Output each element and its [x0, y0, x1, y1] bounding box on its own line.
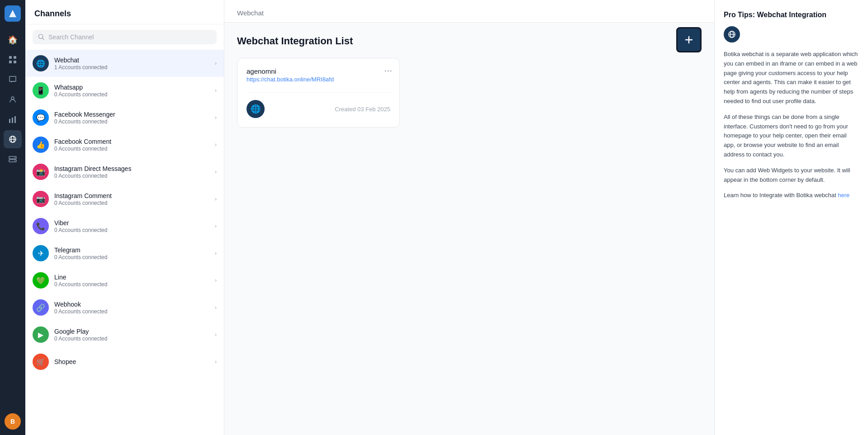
sidebar-item-shopee[interactable]: 🛒Shopee› — [25, 348, 224, 375]
dashboard-icon[interactable] — [4, 51, 22, 69]
sidebar-item-webchat[interactable]: 🌐Webchat1 Accounts connected› — [25, 50, 224, 77]
sidebar-item-whatsapp[interactable]: 📱Whatsapp0 Accounts connected› — [25, 77, 224, 104]
instagram-dm-icon: 📸 — [33, 164, 49, 180]
channel-sub-whatsapp: 0 Accounts connected — [54, 91, 209, 98]
channel-name-shopee: Shopee — [54, 358, 209, 365]
contacts-icon[interactable] — [4, 90, 22, 109]
integration-card-agenomni: ⋯agenomnihttps://chat.botika.online/MRI8… — [237, 58, 400, 128]
left-navigation: 🏠 B — [0, 0, 25, 435]
shopee-icon: 🛒 — [33, 354, 49, 370]
channel-sub-facebook-messenger: 0 Accounts connected — [54, 118, 209, 125]
viber-icon: 📞 — [33, 218, 49, 234]
sidebar-item-telegram[interactable]: ✈Telegram0 Accounts connected› — [25, 240, 224, 267]
chevron-icon-instagram-dm: › — [215, 169, 217, 175]
svg-point-15 — [14, 161, 15, 161]
channel-name-instagram-comment: Instagram Comment — [54, 192, 209, 199]
main-body: Webchat Integration List ⋯agenomnihttps:… — [224, 23, 714, 435]
channel-sub-google-play: 0 Accounts connected — [54, 336, 209, 342]
pro-tips-paragraph-2: All of these things can be done from a s… — [724, 113, 859, 160]
google-play-icon: ▶ — [33, 326, 49, 343]
whatsapp-icon: 📱 — [33, 82, 49, 99]
sidebar-item-google-play[interactable]: ▶Google Play0 Accounts connected› — [25, 321, 224, 348]
channel-name-telegram: Telegram — [54, 246, 209, 254]
chevron-icon-shopee: › — [215, 359, 217, 365]
search-container — [25, 24, 224, 50]
card-menu-button[interactable]: ⋯ — [384, 66, 392, 76]
chevron-icon-whatsapp: › — [215, 87, 217, 94]
sidebar-item-facebook-messenger[interactable]: 💬Facebook Messenger0 Accounts connected› — [25, 104, 224, 131]
sidebar: Channels 🌐Webchat1 Accounts connected›📱W… — [25, 0, 224, 435]
pro-tips-icon — [724, 26, 740, 43]
channel-name-google-play: Google Play — [54, 328, 209, 335]
svg-marker-0 — [9, 10, 16, 17]
chevron-icon-webchat: › — [215, 60, 217, 66]
pro-tips-paragraph-4: Learn how to Integrate with Botika webch… — [724, 191, 859, 200]
svg-point-5 — [11, 97, 14, 99]
page-title: Webchat Integration List — [237, 35, 702, 47]
channel-name-whatsapp: Whatsapp — [54, 84, 209, 91]
channel-sub-viber: 0 Accounts connected — [54, 227, 209, 233]
channel-name-webchat: Webchat — [54, 57, 209, 64]
svg-rect-4 — [14, 61, 16, 63]
chevron-icon-viber: › — [215, 223, 217, 229]
add-button-wrap — [676, 27, 702, 52]
channels-icon[interactable] — [4, 130, 22, 148]
reports-icon[interactable] — [4, 110, 22, 128]
card-url[interactable]: https://chat.botika.online/MRI8afd — [247, 76, 334, 83]
svg-rect-3 — [9, 61, 12, 63]
sidebar-item-facebook-comment[interactable]: 👍Facebook Comment0 Accounts connected› — [25, 131, 224, 158]
svg-line-17 — [43, 38, 44, 39]
app-logo — [5, 5, 21, 22]
chevron-icon-webhook: › — [215, 304, 217, 311]
channel-name-facebook-messenger: Facebook Messenger — [54, 111, 209, 118]
channel-name-line: Line — [54, 274, 209, 281]
card-created-date: Created 03 Feb 2025 — [335, 106, 390, 113]
search-input[interactable] — [48, 33, 211, 41]
chevron-icon-google-play: › — [215, 331, 217, 338]
channel-sub-instagram-dm: 0 Accounts connected — [54, 173, 209, 179]
pro-tips-link[interactable]: here — [838, 192, 849, 199]
pro-tips-paragraph-3: You can add Web Widgets to your website.… — [724, 166, 859, 185]
add-integration-button[interactable] — [676, 27, 702, 52]
sidebar-item-instagram-dm[interactable]: 📸Instagram Direct Messages0 Accounts con… — [25, 158, 224, 185]
channel-sub-webchat: 1 Accounts connected — [54, 64, 209, 71]
main-area: Webchat Webchat Integration List ⋯agenom… — [224, 0, 714, 435]
sidebar-item-webhook[interactable]: 🔗Webhook0 Accounts connected› — [25, 294, 224, 321]
home-icon[interactable]: 🏠 — [4, 31, 22, 49]
pro-tips-paragraph-1: Botika webchat is a separate web applica… — [724, 50, 859, 106]
line-icon: 💚 — [33, 272, 49, 288]
channel-list: 🌐Webchat1 Accounts connected›📱Whatsapp0 … — [25, 50, 224, 435]
chevron-icon-line: › — [215, 277, 217, 284]
channel-name-instagram-dm: Instagram Direct Messages — [54, 165, 209, 172]
card-title: agenomni — [247, 67, 390, 75]
sidebar-item-viber[interactable]: 📞Viber0 Accounts connected› — [25, 213, 224, 240]
webchat-icon: 🌐 — [33, 55, 49, 71]
svg-rect-1 — [9, 56, 12, 59]
svg-rect-2 — [14, 56, 16, 59]
chat-icon[interactable] — [4, 71, 22, 89]
user-avatar[interactable]: B — [5, 413, 21, 430]
sidebar-item-line[interactable]: 💚Line0 Accounts connected› — [25, 267, 224, 294]
chevron-icon-facebook-messenger: › — [215, 114, 217, 121]
telegram-icon: ✈ — [33, 245, 49, 261]
svg-rect-7 — [12, 118, 13, 123]
chevron-icon-instagram-comment: › — [215, 196, 217, 202]
channel-sub-line: 0 Accounts connected — [54, 281, 209, 288]
search-icon — [38, 33, 45, 41]
channel-name-viber: Viber — [54, 219, 209, 227]
channel-sub-instagram-comment: 0 Accounts connected — [54, 200, 209, 206]
integrations-list: ⋯agenomnihttps://chat.botika.online/MRI8… — [237, 58, 702, 128]
facebook-comment-icon: 👍 — [33, 137, 49, 153]
webhook-icon: 🔗 — [33, 299, 49, 316]
channel-name-facebook-comment: Facebook Comment — [54, 138, 209, 145]
channel-sub-telegram: 0 Accounts connected — [54, 254, 209, 260]
storage-icon[interactable] — [4, 150, 22, 168]
pro-tips-title: Pro Tips: Webchat Integration — [724, 11, 859, 19]
facebook-messenger-icon: 💬 — [33, 109, 49, 126]
chevron-icon-telegram: › — [215, 250, 217, 256]
svg-point-14 — [14, 157, 15, 158]
sidebar-item-instagram-comment[interactable]: 📷Instagram Comment0 Accounts connected› — [25, 185, 224, 213]
channel-name-webhook: Webhook — [54, 301, 209, 308]
right-panel: Pro Tips: Webchat Integration Botika web… — [714, 0, 868, 435]
instagram-comment-icon: 📷 — [33, 191, 49, 207]
